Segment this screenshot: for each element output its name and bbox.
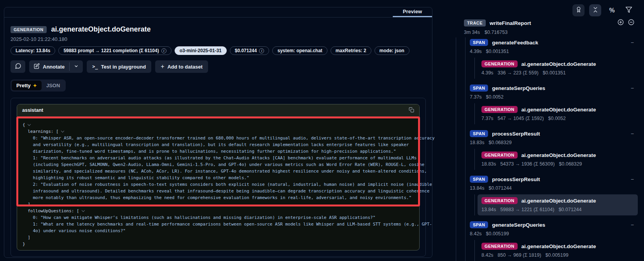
tree-span-item: SPAN generateSerpQueries − 7.37s $0.0052… <box>470 84 644 124</box>
span-type-badge: SPAN <box>470 39 488 46</box>
collapse-node-icon[interactable]: − <box>631 222 634 228</box>
mode-pill: mode: json <box>374 46 410 55</box>
generation-duration: 13.84s <box>481 207 496 212</box>
observation-panel: Preview GENERATION ai.generateObject.doG… <box>4 7 432 258</box>
copy-icon <box>409 107 414 114</box>
generation-duration: 4.39s <box>481 70 494 76</box>
span-duration: 7.37s <box>470 94 482 100</box>
generation-row-selected[interactable]: GENERATION ai.generateObject.doGenerate … <box>478 194 638 215</box>
award-badge-icon <box>575 6 582 14</box>
tab-preview[interactable]: Preview <box>393 7 432 17</box>
generation-type-badge: GENERATION <box>481 243 518 250</box>
generation-cost: $0.0052 <box>548 116 566 121</box>
model-pill[interactable]: o3-mini-2025-01-31 <box>175 46 227 55</box>
span-cost: $0.0052 <box>486 94 504 100</box>
trace-name[interactable]: writeFinalReport <box>490 20 613 26</box>
message-role-label: assistant <box>22 108 43 113</box>
observation-tabbar: Preview <box>4 7 432 18</box>
output-section: assistant { learnings: [ 0: "Whisper ASR… <box>10 98 426 257</box>
tree-span-item: SPAN generateFeedback − 4.39s $0.001351 … <box>470 38 644 79</box>
generation-row[interactable]: GENERATION ai.generateObject.doGenerate … <box>478 58 638 79</box>
add-to-dataset-button[interactable]: + Add to dataset <box>155 60 208 73</box>
collapse-node-icon[interactable]: − <box>631 39 634 46</box>
collapse-chevron-icon[interactable] <box>81 209 84 212</box>
tree-indent-guide <box>465 37 466 261</box>
generation-cost: $0.071244 <box>558 207 581 212</box>
collapse-node-icon[interactable]: − <box>631 85 634 91</box>
generation-type-badge: GENERATION <box>481 197 518 204</box>
toggle-json[interactable]: JSON <box>42 81 65 90</box>
terminal-icon: >_ <box>92 64 98 69</box>
collapse-node-icon[interactable]: − <box>631 176 634 182</box>
span-cost: $0.068329 <box>489 140 512 145</box>
generation-duration: 7.37s <box>481 116 494 121</box>
trace-duration: 3m 34s <box>464 30 480 35</box>
span-type-badge: SPAN <box>470 130 488 137</box>
latency-pill: Latency: 13.84s <box>10 46 55 55</box>
generation-type-badge: GENERATION <box>481 152 518 159</box>
generation-row[interactable]: GENERATION ai.generateObject.doGenerate … <box>478 240 638 261</box>
collapse-chevron-icon[interactable] <box>61 129 64 132</box>
annotations-button[interactable] <box>572 4 584 16</box>
generation-cost: $0.068329 <box>559 161 582 167</box>
tree-indent-guide <box>456 37 456 261</box>
span-type-badge: SPAN <box>470 176 488 183</box>
generation-duration: 8.42s <box>481 252 494 258</box>
generation-cost: $0.005199 <box>546 252 569 258</box>
tree-span-item: SPAN processSerpResult − 13.84s $0.07124… <box>470 175 644 215</box>
annotate-dropdown-button[interactable] <box>70 60 83 73</box>
filter-funnel-icon <box>625 6 632 14</box>
generation-tokens: 54373 → 1936 (Σ 56309) <box>500 161 555 167</box>
span-cost: $0.005199 <box>486 231 509 236</box>
percent-icon: % <box>609 7 614 14</box>
sparkles-icon: ✦ <box>33 83 37 88</box>
span-duration: 13.84s <box>470 185 485 191</box>
generation-tokens: 336 → 223 (Σ 559) <box>498 70 539 76</box>
span-row[interactable]: SPAN generateSerpQueries − <box>470 84 644 92</box>
generation-row[interactable]: GENERATION ai.generateObject.doGenerate … <box>478 149 638 170</box>
test-in-playground-button[interactable]: >_ Test in playground <box>87 60 151 73</box>
comments-button[interactable] <box>10 60 25 73</box>
tree-span-item: SPAN generateSerpQueries − 8.42s $0.0051… <box>470 220 644 261</box>
generation-row[interactable]: GENERATION ai.generateObject.doGenerate … <box>478 103 638 124</box>
collapse-node-icon[interactable]: − <box>631 130 634 137</box>
span-duration: 8.42s <box>470 231 482 236</box>
span-cost: $0.071244 <box>489 185 512 191</box>
generation-tokens: 850 → 969 (Σ 1819) <box>498 252 541 258</box>
max-retries-pill: maxRetries: 2 <box>331 46 371 55</box>
generation-type-badge: GENERATION <box>481 106 518 113</box>
comment-bubble-icon <box>15 63 21 71</box>
span-cost: $0.001351 <box>486 49 509 54</box>
metadata-pills: Latency: 13.84s 59883 prompt → 1221 comp… <box>10 46 426 55</box>
observation-timestamp: 2025-02-10 21:22:40.180 <box>10 36 426 42</box>
observation-type-badge: GENERATION <box>10 26 47 33</box>
filter-button[interactable] <box>623 4 635 16</box>
chevron-down-icon <box>74 63 79 70</box>
generation-tokens: 547 → 1045 (Σ 1592) <box>498 116 544 121</box>
json-output: { learnings: [ 0: "Whisper ASR, an open-… <box>17 116 419 259</box>
span-row[interactable]: SPAN generateFeedback − <box>470 38 644 47</box>
collapse-all-circle-icon[interactable] <box>628 19 635 27</box>
annotate-split-button: Annotate <box>29 60 83 73</box>
collapse-chevron-icon[interactable] <box>27 123 30 126</box>
metrics-toggle-button[interactable]: % <box>606 4 618 16</box>
trace-type-badge: TRACE <box>464 19 486 26</box>
view-mode-toggle: Pretty✦ JSON <box>10 79 66 92</box>
assistant-message-card: assistant { learnings: [ 0: "Whisper ASR… <box>17 104 420 250</box>
span-row[interactable]: SPAN processSerpResult − <box>470 175 644 183</box>
expand-all-icon[interactable] <box>617 19 624 27</box>
chevrons-collapse-icon <box>592 6 599 14</box>
token-usage-pill: 59883 prompt → 1221 completion (Σ 61104)… <box>58 46 171 55</box>
span-row[interactable]: SPAN generateSerpQueries − <box>470 220 644 229</box>
annotate-button[interactable]: Annotate <box>29 60 69 73</box>
info-icon[interactable]: i <box>161 48 166 53</box>
generation-tokens: 59883 → 1221 (Σ 61104) <box>500 207 555 212</box>
toggle-pretty[interactable]: Pretty✦ <box>12 81 42 90</box>
generation-type-badge: GENERATION <box>481 60 518 67</box>
collapse-all-button[interactable] <box>589 4 601 16</box>
trace-tree: SPAN generateFeedback − 4.39s $0.001351 … <box>470 38 644 261</box>
copy-button[interactable] <box>409 107 414 114</box>
span-row[interactable]: SPAN processSerpResult − <box>470 129 644 138</box>
info-icon[interactable]: i <box>259 48 264 53</box>
span-duration: 4.39s <box>470 49 482 54</box>
